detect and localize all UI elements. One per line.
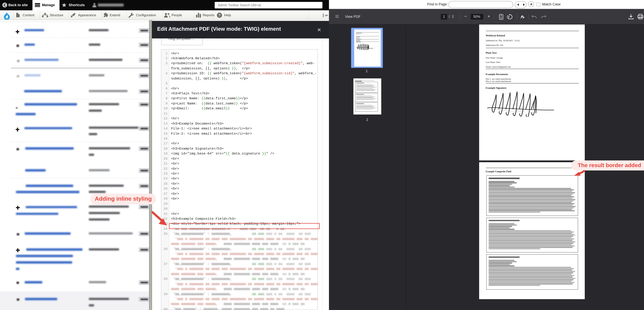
svg-text:?: ?: [218, 13, 220, 17]
